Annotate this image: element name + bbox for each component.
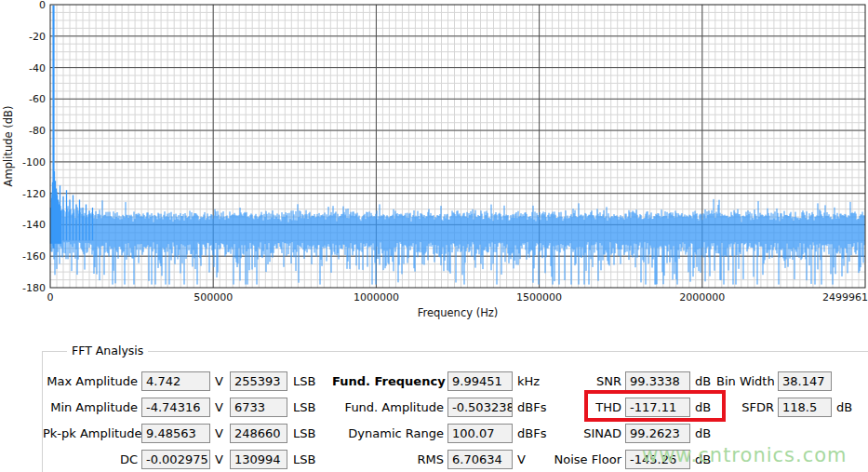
unit-label: V xyxy=(215,426,223,440)
stat-label: SNR xyxy=(551,374,621,388)
stat-label: Min Amplitude xyxy=(43,400,138,414)
stat-row-fund-frequency: Fund. Frequency 9.99451 kHz xyxy=(332,368,546,394)
unit-label: dBFs xyxy=(517,426,546,440)
x-tick-label: 1500000 xyxy=(516,291,562,303)
x-tick-label: 1000000 xyxy=(354,291,399,303)
unit-label: kHz xyxy=(517,374,540,388)
y-axis-title: Amplitude (dB) xyxy=(2,106,15,187)
stat-row-min-amplitude: Min Amplitude -4.74316 V 6733 LSB xyxy=(43,394,315,420)
stat-label: DC xyxy=(43,452,138,466)
unit-label: LSB xyxy=(293,426,315,440)
stat-row-sinad: SINAD 99.2623 dB xyxy=(551,420,711,446)
x-tick-label: 0 xyxy=(47,291,54,303)
stat-row-dc: DC -0.002975 V 130994 LSB xyxy=(43,446,315,472)
value-field[interactable]: 255393 xyxy=(230,371,287,391)
stat-label: Noise Floor xyxy=(551,452,621,466)
unit-label: dB xyxy=(695,400,711,414)
stat-row-max-amplitude: Max Amplitude 4.742 V 255393 LSB xyxy=(43,368,315,394)
y-tick-label: -60 xyxy=(29,93,46,105)
stat-row-sfdr: SFDR 118.5 dB xyxy=(716,394,852,420)
y-tick-label: -80 xyxy=(29,125,46,137)
unit-label: V xyxy=(517,452,526,466)
value-field[interactable]: 4.742 xyxy=(141,371,210,391)
stat-row-rms: RMS 6.70634 V xyxy=(332,446,546,472)
stat-label: THD xyxy=(551,400,621,414)
stat-label: Max Amplitude xyxy=(43,374,138,388)
value-field[interactable]: -117.11 xyxy=(625,398,690,417)
amplitude-stats-group: Max Amplitude 4.742 V 255393 LSB Min Amp… xyxy=(43,368,315,472)
stat-label: Bin Width xyxy=(716,374,774,388)
y-tick-label: -40 xyxy=(29,62,46,74)
stat-row-snr: SNR 99.3338 dB xyxy=(551,368,711,394)
stat-label: Fund. Frequency xyxy=(332,374,444,388)
unit-label: V xyxy=(215,452,223,466)
stat-row-pkpk-amplitude: Pk-pk Amplitude 9.48563 V 248660 LSB xyxy=(43,420,315,446)
value-field[interactable]: 99.2623 xyxy=(625,424,690,443)
resolution-stats-group: Bin Width 38.147 SFDR 118.5 dB xyxy=(716,368,852,420)
noise-floor-series xyxy=(51,193,864,285)
stat-row-fund-amplitude: Fund. Amplitude -0.503238 dBFs xyxy=(332,394,546,420)
y-tick-label: -180 xyxy=(22,282,46,294)
x-axis-title: Frequency (Hz) xyxy=(418,306,499,319)
y-tick-label: -120 xyxy=(22,188,46,200)
stat-row-thd: THD -117.11 dB xyxy=(551,394,711,420)
stat-label: Pk-pk Amplitude xyxy=(43,426,138,440)
unit-label: dBFs xyxy=(517,400,546,414)
unit-label: dB xyxy=(695,374,711,388)
value-field[interactable]: -0.503238 xyxy=(447,398,513,417)
stat-row-dynamic-range: Dynamic Range 100.07 dBFs xyxy=(332,420,546,446)
value-field[interactable]: -0.002975 xyxy=(141,450,210,469)
unit-label: LSB xyxy=(293,452,315,466)
value-field[interactable]: -4.74316 xyxy=(141,398,210,417)
unit-label: LSB xyxy=(293,400,315,414)
y-tick-label: -20 xyxy=(29,31,46,43)
unit-label: V xyxy=(215,400,223,414)
watermark: www.cntronics.com xyxy=(642,444,848,466)
unit-label: dB xyxy=(836,400,852,414)
value-field[interactable]: 118.5 xyxy=(778,398,832,417)
value-field[interactable]: 99.3338 xyxy=(625,371,690,391)
value-field[interactable]: 248660 xyxy=(230,424,287,443)
stat-label: Dynamic Range xyxy=(332,426,444,440)
fft-analyzer-window: 0-20-40-60-80-100-120-140-160-1800500000… xyxy=(0,0,868,472)
value-field[interactable]: 9.99451 xyxy=(447,371,513,391)
fundamental-stats-group: Fund. Frequency 9.99451 kHz Fund. Amplit… xyxy=(332,368,546,472)
groupbox-title: FFT Analysis xyxy=(67,344,148,357)
value-field[interactable]: 6.70634 xyxy=(447,450,513,469)
stat-label: SFDR xyxy=(716,400,774,414)
unit-label: V xyxy=(215,374,223,388)
fft-spectrum-plot: 0-20-40-60-80-100-120-140-160-1800500000… xyxy=(0,0,868,330)
stat-label: SINAD xyxy=(551,426,621,440)
y-tick-label: 0 xyxy=(39,0,46,11)
y-tick-label: -160 xyxy=(22,250,46,263)
y-tick-label: -140 xyxy=(22,219,46,231)
stat-label: Fund. Amplitude xyxy=(332,400,444,414)
unit-label: dB xyxy=(695,426,711,440)
value-field[interactable]: 6733 xyxy=(230,398,287,417)
x-tick-label: 500000 xyxy=(194,291,233,303)
value-field[interactable]: 130994 xyxy=(230,450,287,469)
x-tick-label: 2000000 xyxy=(679,291,725,303)
value-field[interactable]: 9.48563 xyxy=(141,424,210,443)
unit-label: LSB xyxy=(293,374,315,388)
stat-row-bin-width: Bin Width 38.147 xyxy=(716,368,852,394)
stat-label: RMS xyxy=(332,452,444,466)
value-field[interactable]: 100.07 xyxy=(447,424,513,443)
x-tick-label: 2499961 xyxy=(822,291,868,303)
y-tick-label: -100 xyxy=(22,156,46,169)
value-field[interactable]: 38.147 xyxy=(778,371,832,391)
